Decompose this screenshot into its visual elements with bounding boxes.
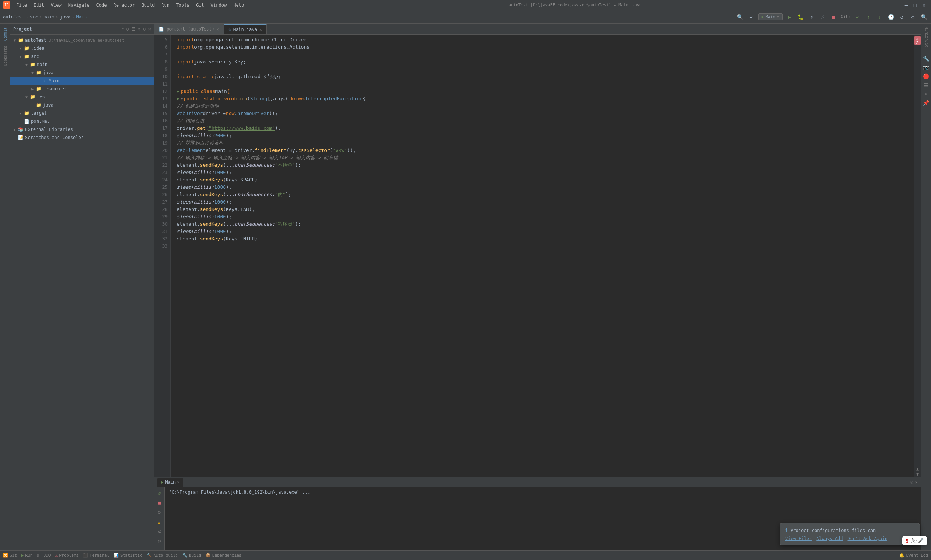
bookmarks-tab[interactable]: Bookmarks (1, 43, 9, 68)
right-icon-2[interactable]: 📷 (922, 63, 930, 72)
menu-view[interactable]: View (48, 2, 65, 9)
commit-tab[interactable]: Commit (1, 25, 9, 43)
stop-run-icon[interactable]: ■ (155, 498, 164, 506)
scroll-down[interactable]: ▼ (916, 472, 919, 477)
right-icon-6[interactable]: 📌 (922, 99, 930, 107)
undo-button[interactable]: ↩ (747, 13, 755, 21)
project-close-icon[interactable]: ✕ (148, 26, 151, 32)
close-button[interactable]: ✕ (920, 1, 928, 9)
tab-mainjava[interactable]: ☕ Main.java ✕ (224, 24, 267, 34)
window-title: autoTest [D:\javaEE_code\java-ee\autoTes… (508, 3, 641, 8)
status-dependencies[interactable]: 📦 Dependencies (205, 553, 241, 558)
tab-pomxml-close[interactable]: ✕ (217, 27, 219, 32)
project-gear-icon[interactable]: ⚙ (143, 26, 146, 32)
filter-icon[interactable]: ⊘ (155, 508, 164, 516)
status-terminal[interactable]: ⬛ Terminal (83, 553, 109, 558)
search-button[interactable]: 🔍 (920, 13, 928, 21)
debug-button[interactable]: 🐛 (797, 13, 805, 21)
status-autobuild[interactable]: 🔨 Auto-build (147, 553, 178, 558)
right-icon-1[interactable]: 🔧 (922, 55, 930, 63)
maximize-button[interactable]: □ (911, 1, 919, 9)
menu-navigate[interactable]: Navigate (65, 2, 93, 9)
profile-button[interactable]: ⚡ (819, 13, 827, 21)
status-statistic[interactable]: 📊 Statistic (114, 553, 142, 558)
print-icon[interactable]: 🖨 (155, 527, 164, 535)
tree-item-target[interactable]: ▶ 📁 target (10, 109, 154, 117)
breadcrumb: autoTest › src › main › java › Main (3, 14, 87, 20)
minimize-button[interactable]: ─ (902, 1, 910, 9)
status-run[interactable]: ▶ Run (22, 553, 33, 558)
search-everywhere-button[interactable]: 🔍 (736, 13, 744, 21)
notification-always-add[interactable]: Always Add (816, 536, 843, 541)
settings-run-icon[interactable]: ⚙ (155, 537, 164, 545)
code-line-14: // 创建浏览器驱动 (175, 103, 914, 110)
git-history-button[interactable]: 🕐 (887, 13, 895, 21)
tree-item-java[interactable]: ▼ 📁 java (10, 69, 154, 77)
scroll-end-icon[interactable]: ⤓ (155, 518, 164, 526)
menu-git[interactable]: Git (193, 2, 207, 9)
tree-item-external-libraries[interactable]: ▶ 📚 External Libraries (10, 125, 154, 134)
status-build[interactable]: 🔧 Build (182, 553, 201, 558)
breadcrumb-src[interactable]: src (30, 14, 38, 20)
right-icon-5[interactable]: ⬇ (922, 90, 930, 98)
menu-build[interactable]: Build (138, 2, 157, 9)
tree-item-test[interactable]: ▼ 📁 test (10, 93, 154, 101)
tree-item-main[interactable]: ▼ 📁 main (10, 60, 154, 69)
breadcrumb-autotest[interactable]: autoTest (3, 14, 24, 20)
menu-refactor[interactable]: Refactor (110, 2, 137, 9)
run-gutter-12[interactable]: ▶ (177, 88, 179, 95)
notification-dont-ask[interactable]: Don't Ask Again (848, 536, 888, 541)
structure-tab[interactable]: Structure (922, 25, 930, 49)
menu-window[interactable]: Window (208, 2, 230, 9)
code-line-12: ▶ public class Main { (175, 88, 914, 95)
tree-item-test-java[interactable]: ▶ 📁 java (10, 101, 154, 109)
settings-button[interactable]: ⚙ (909, 13, 917, 21)
run-config-selector[interactable]: ▶ Main ▾ (758, 13, 783, 20)
menu-tools[interactable]: Tools (173, 2, 192, 9)
breadcrumb-mainjava[interactable]: Main (76, 14, 87, 20)
menu-run[interactable]: Run (158, 2, 172, 9)
tree-item-pomxml[interactable]: ▶ 📄 pom.xml (10, 117, 154, 125)
code-editor: 5 6 7 8 9 10 11 12 13 14 15 16 17 18 19 … (154, 35, 921, 477)
menu-file[interactable]: File (13, 2, 30, 9)
scroll-up[interactable]: ▲ (916, 466, 919, 472)
run-panel-close[interactable]: ✕ (915, 479, 918, 485)
status-eventlog[interactable]: 🔔 Event Log (899, 553, 928, 558)
tree-item-mainjava[interactable]: ▶ ☕ Main (10, 77, 154, 85)
right-icon-3[interactable]: 🔴 (922, 72, 930, 80)
run-gutter-13[interactable]: ▶ (177, 95, 179, 103)
code-content[interactable]: import org.openqa.selenium.chrome.Chrome… (171, 35, 914, 477)
git-check-button[interactable]: ✓ (854, 13, 862, 21)
notification-view-files[interactable]: View Files (785, 536, 812, 541)
run-panel-settings[interactable]: ⚙ (910, 479, 913, 485)
tab-pomxml[interactable]: 📄 pom.xml (autoTest) ✕ (154, 24, 224, 34)
status-todo[interactable]: ☑ TODO (37, 553, 51, 558)
menu-code[interactable]: Code (93, 2, 110, 9)
breadcrumb-java[interactable]: java (60, 14, 71, 20)
rollback-button[interactable]: ↺ (898, 13, 906, 21)
rerun-icon[interactable]: ↺ (155, 489, 164, 497)
status-git[interactable]: 🔀 Git (3, 553, 17, 558)
tree-item-scratches[interactable]: ▶ 📝 Scratches and Consoles (10, 134, 154, 142)
menu-edit[interactable]: Edit (31, 2, 47, 9)
run-tab-close[interactable]: ✕ (177, 480, 180, 485)
tab-mainjava-close[interactable]: ✕ (259, 27, 262, 32)
coverage-button[interactable]: ☂ (808, 13, 816, 21)
git-push-button[interactable]: ↑ (865, 13, 873, 21)
tree-item-autotest[interactable]: ▼ 📁 autoTest D:\javaEE_code\java-ee\auto… (10, 36, 154, 44)
tree-item-src[interactable]: ▼ 📁 src (10, 52, 154, 60)
project-sort-icon[interactable]: ↕ (138, 26, 141, 32)
tree-item-resources[interactable]: ▶ 📁 resources (10, 85, 154, 93)
run-tab[interactable]: ▶ Main ✕ (157, 478, 184, 487)
right-icon-4[interactable]: ☰ (922, 81, 930, 89)
git-pull-button[interactable]: ↓ (875, 13, 884, 21)
tree-item-idea[interactable]: ▶ 📁 .idea (10, 44, 154, 52)
status-problems[interactable]: ⚠ Problems (56, 553, 79, 558)
stop-button[interactable]: ■ (830, 13, 838, 21)
project-list-icon[interactable]: ☰ (131, 26, 136, 32)
run-button[interactable]: ▶ (786, 13, 794, 21)
project-settings-icon[interactable]: ⚙ (126, 26, 129, 32)
breadcrumb-main[interactable]: main (43, 14, 54, 20)
fold-13[interactable]: ▼ (181, 95, 183, 103)
menu-help[interactable]: Help (230, 2, 247, 9)
